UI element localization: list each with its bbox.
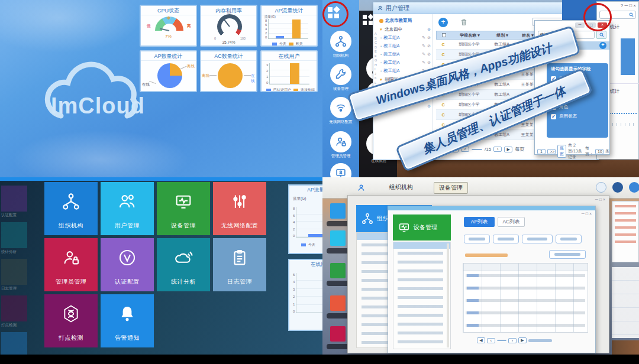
minimize-button[interactable]: ─ [575,22,585,28]
edit-icon[interactable]: ✎ [422,60,425,65]
tree-leaf[interactable]: • 教工组A ✎ ⊘ [373,34,432,42]
tile-auth-config[interactable]: 认证配置 [101,238,154,291]
to olbar-button[interactable] [556,235,582,243]
window-app-icon [377,5,383,11]
ghost-tile [1,222,27,248]
ghost-tile [1,295,27,321]
next-page-button[interactable]: › [493,147,502,152]
tile-logs[interactable]: 日志管理 [213,238,266,291]
widget-ap-traffic: AP流量统计 流量(G) 86420 今天 昨天 [260,5,318,47]
tile-wireless-config[interactable]: 无线网络配置 [213,182,266,235]
add-button[interactable]: + [438,18,448,27]
widget-title: AC数量统计 [201,51,256,61]
chooser-field-row[interactable]: ✓ 启用状态 [551,113,604,119]
tab-devices[interactable]: 设备管理 [434,182,468,194]
side-window-fragment [612,201,639,262]
tile-org[interactable]: 组织机构 [44,182,98,235]
first-page-button[interactable]: ◀ [477,337,485,343]
edit-icon[interactable]: ✎ [422,44,425,48]
prev-page-button[interactable]: ‹ [487,338,495,343]
tab-org[interactable]: 组织机构 [385,182,418,193]
dock-item-org[interactable]: 组织机构 [327,31,354,58]
search-button[interactable] [596,31,606,39]
tree-root[interactable]: 北京市教育局 [373,14,432,25]
ac-list-button[interactable]: AC列表 [498,217,525,227]
tile-probe-detect[interactable]: 打点检测 [44,294,98,347]
appbar-org-icon[interactable] [330,203,346,219]
last-page-button[interactable]: 尾页 [557,145,566,158]
per-page-label: 每页 [515,146,524,152]
globe-icon[interactable] [629,182,639,193]
appbar-auth-icon[interactable] [330,263,346,278]
device-tree-list[interactable] [393,242,451,349]
next-page-button[interactable]: › [508,338,517,343]
monitor-user-icon [330,163,351,177]
y-axis-label: 流量(G) [289,194,322,202]
dock-item-online-status[interactable] [327,163,354,177]
toolbar-button[interactable] [522,235,553,243]
gauge-label-high: 高 [187,24,191,29]
page-size-input[interactable]: 10 [595,149,604,154]
sky-cloud-patch [0,0,142,53]
page-number[interactable]: 1 [537,149,546,154]
info-icon[interactable] [612,182,623,193]
caret-icon: ▼ [379,78,383,82]
window-controls[interactable]: ─ □ × [582,212,592,216]
ap-list-button[interactable]: AP列表 [464,217,495,227]
expand-icon[interactable]: ⊕ [427,27,431,32]
device-header-block[interactable]: 设备管理 [393,214,451,240]
tile-statistics[interactable]: 统计分析 [157,238,210,291]
dock-item-device[interactable]: 设备管理 [327,64,354,92]
photo-icon[interactable] [596,182,606,193]
tree-leaf[interactable]: • 教工组A ✎ ⊘ [373,58,432,67]
ghost-tile [1,186,27,212]
scrollbar[interactable] [447,243,449,347]
tree-leaf[interactable]: • 教工组A ✎ ⊘ [373,50,432,58]
dock-item-admin[interactable]: 管理员管理 [327,131,354,159]
tile-admins[interactable]: 管理员管理 [44,238,98,291]
tree-leaf[interactable]: • 教工组A ✎ ⊘ [373,42,432,50]
column-config-button[interactable] [549,250,586,259]
widget-title: CPU状态 [141,6,196,15]
tile-alerts[interactable]: 告警通知 [101,294,154,347]
disable-icon[interactable]: ⊘ [427,44,431,48]
gauge-label-low: 低 [147,24,151,29]
tile-users[interactable]: 用户管理 [101,182,154,235]
gauge-tick: 50 [227,11,231,14]
disable-icon[interactable]: ⊘ [427,60,431,65]
quadrant-metro-tiles: 认证配置 统计分析 日志管理 打点检测 组织机构 用户管理 设备管理 [0,177,322,364]
toolbar-button[interactable] [464,235,490,243]
add-column-button[interactable]: + [599,42,606,49]
filter-tag[interactable] [465,254,508,257]
next-pages-button[interactable]: >> [547,149,556,154]
tiles-icon[interactable] [328,7,340,19]
tree-group[interactable]: ▼ 北京四中 ⊕ [373,25,432,34]
appbar-stats-icon[interactable] [330,295,346,311]
window-controls[interactable]: ─ □ × [595,197,605,202]
total-records: 共 2 页/13条记录 [568,142,583,160]
last-page-button[interactable]: ▶ [504,147,512,152]
device-table[interactable] [463,263,588,333]
tiles-icon[interactable] [363,15,373,25]
delete-trash-icon[interactable] [460,18,468,27]
page-input[interactable] [472,149,482,150]
appbar-admin-icon[interactable] [330,326,346,342]
appbar-users-icon[interactable] [330,230,346,246]
edit-icon[interactable]: ✎ [422,35,425,40]
last-page-button[interactable]: ▶ [518,337,527,343]
widget-ac-count: AC数量统计 离线 在线 [200,50,257,92]
checkbox[interactable] [442,33,446,37]
widget-memory-usage: 内存利用率 0 50 100 35.74% [200,5,257,47]
disable-icon[interactable]: ⊘ [427,35,431,40]
legend: 已认证用户 连接终端 [266,87,315,92]
badge-icon [379,19,383,23]
wallpaper-fragment [612,340,639,355]
tile-devices[interactable]: 设备管理 [157,182,210,235]
edit-icon[interactable]: ✎ [422,52,425,57]
disable-icon[interactable]: ⊘ [427,52,431,57]
legend: 今天 [301,242,315,248]
cpu-gauge-value: 7% [141,34,196,39]
toolbar-button[interactable] [493,235,519,243]
expand-icon[interactable]: ⊕ [427,104,431,109]
page-input[interactable] [497,340,506,341]
